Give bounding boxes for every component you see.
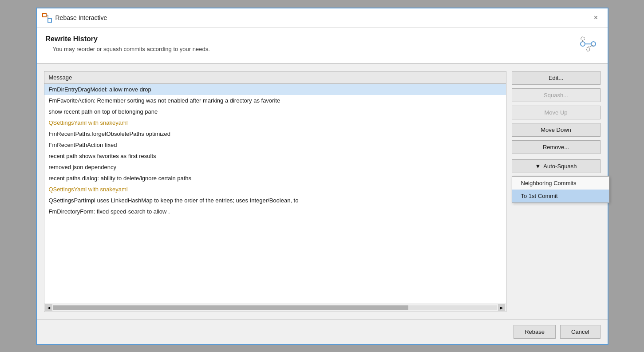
remove-button[interactable]: Remove... — [512, 140, 601, 154]
dialog-icon — [42, 13, 52, 23]
neighboring-commits-option[interactable]: Neighboring Commits — [512, 177, 609, 190]
list-item[interactable]: recent paths dialog: ability to delete/i… — [44, 173, 506, 184]
list-item[interactable]: QSettingsYaml with snakeyaml — [44, 117, 506, 128]
svg-rect-1 — [48, 19, 51, 22]
auto-squash-label: Auto-Squash — [543, 163, 577, 170]
scroll-thumb — [53, 305, 408, 310]
list-item[interactable]: FmDirectoryForm: fixed speed-search to a… — [44, 206, 506, 217]
to-1st-commit-option[interactable]: To 1st Commit — [512, 190, 609, 202]
description: You may reorder or squash commits accord… — [53, 46, 210, 52]
list-header: Message — [44, 71, 506, 84]
close-button[interactable]: × — [590, 12, 602, 24]
horizontal-scrollbar[interactable]: ◀ ▶ — [44, 304, 506, 312]
rebase-interactive-dialog: Rebase Interactive × Rewrite History You… — [36, 8, 608, 345]
move-down-button[interactable]: Move Down — [512, 123, 601, 137]
dialog-title: Rebase Interactive — [55, 14, 107, 21]
squash-button[interactable]: Squash... — [512, 88, 601, 102]
footer: Rebase Cancel — [37, 319, 608, 344]
scroll-left-arrow[interactable]: ◀ — [45, 304, 52, 311]
commit-list-container: Message FmDirEntryDragModel: allow move … — [44, 71, 506, 312]
list-item[interactable]: show recent path on top of belonging pan… — [44, 106, 506, 117]
auto-squash-dropdown: Neighboring Commits To 1st Commit — [512, 176, 609, 203]
cancel-button[interactable]: Cancel — [560, 325, 600, 339]
commit-list[interactable]: FmDirEntryDragModel: allow move drop FmF… — [44, 84, 506, 304]
header-text: Rewrite History You may reorder or squas… — [46, 35, 210, 52]
rebase-button[interactable]: Rebase — [514, 325, 556, 339]
title-bar: Rebase Interactive × — [37, 8, 608, 28]
heading: Rewrite History — [46, 35, 210, 43]
move-up-button[interactable]: Move Up — [512, 106, 601, 119]
list-item[interactable]: removed json dependency — [44, 162, 506, 173]
svg-point-5 — [581, 37, 585, 40]
list-item[interactable]: FmDirEntryDragModel: allow move drop — [44, 84, 506, 95]
edit-button[interactable]: Edit... — [512, 71, 601, 85]
list-item[interactable]: FmFavoriteAction: Remember sorting was n… — [44, 95, 506, 106]
header-section: Rewrite History You may reorder or squas… — [37, 28, 608, 64]
svg-rect-0 — [43, 13, 46, 17]
rebase-graph-icon — [577, 35, 599, 56]
dropdown-arrow-icon: ▼ — [535, 163, 541, 170]
list-item[interactable]: FmRecentPaths.forgetObsoletePaths optimi… — [44, 128, 506, 139]
scroll-track[interactable] — [53, 305, 497, 310]
list-item[interactable]: recent path shows favorites as first res… — [44, 150, 506, 162]
svg-point-4 — [581, 42, 585, 46]
main-content: Message FmDirEntryDragModel: allow move … — [37, 64, 608, 319]
list-item[interactable]: QSettingsYaml with snakeyaml — [44, 184, 506, 195]
list-item[interactable]: FmRecentPathAction fixed — [44, 139, 506, 150]
title-bar-left: Rebase Interactive — [42, 13, 107, 23]
svg-point-7 — [586, 47, 590, 51]
auto-squash-button[interactable]: ▼ Auto-Squash — [512, 159, 601, 173]
scroll-right-arrow[interactable]: ▶ — [498, 304, 505, 311]
list-item[interactable]: QSettingsPartImpl uses LinkedHashMap to … — [44, 195, 506, 206]
right-panel: Edit... Squash... Move Up Move Down Remo… — [512, 71, 601, 312]
